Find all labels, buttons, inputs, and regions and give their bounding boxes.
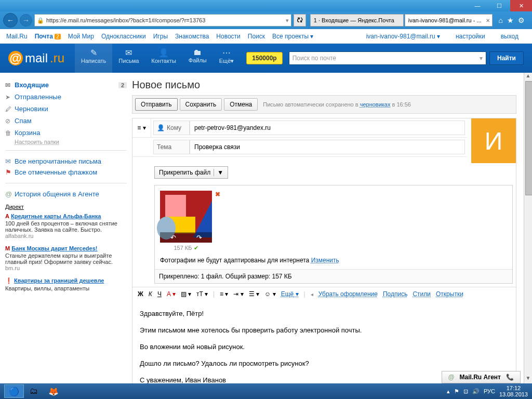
tray-network-icon[interactable]: ⊡: [463, 388, 468, 395]
save-button[interactable]: Сохранить: [180, 98, 222, 111]
vertical-scrollbar[interactable]: ▲ ▼: [524, 73, 532, 383]
taskbar-ie-icon[interactable]: 🔵: [4, 384, 24, 398]
text-color-button[interactable]: A ▾: [167, 290, 176, 298]
topnav-projects[interactable]: Все проекты ▾: [272, 33, 313, 40]
htab-letters[interactable]: ✉Письма: [112, 44, 145, 73]
topnav-search[interactable]: Поиск: [248, 33, 265, 40]
cards-button[interactable]: Открытки: [436, 290, 463, 298]
ad-bm[interactable]: М Банк Москвы дарит Mercedes!Станьте дер…: [5, 245, 127, 271]
attach-file-button[interactable]: Прикрепить файл▼: [154, 166, 228, 179]
favorites-icon[interactable]: ★: [507, 16, 514, 24]
align-button[interactable]: ≡ ▾: [220, 290, 228, 298]
tools-icon[interactable]: ⚙: [518, 16, 525, 24]
htab-contacts[interactable]: 👤Контакты: [145, 44, 182, 73]
window-minimize-button[interactable]: —: [467, 0, 488, 11]
direkt-label[interactable]: Директ: [5, 204, 127, 210]
folder-inbox[interactable]: ✉Входящие2: [5, 79, 127, 91]
check-icon: ✔: [194, 245, 198, 251]
ad-realty[interactable]: ❗ Квартиры за границей дешевлеКварти­ры,…: [5, 277, 127, 291]
window-close-button[interactable]: ✕: [510, 0, 532, 11]
sidebar: ✉Входящие2 ➤Отправленные 🖉Черновики ⊘Спа…: [0, 73, 132, 383]
browser-navbar: ← → 🔒 https://e.mail.ru/messages/inbox/?…: [0, 11, 532, 29]
tray-action-icon[interactable]: ▴: [447, 388, 450, 395]
topnav-mail[interactable]: Почта 2: [35, 33, 61, 40]
tab-mailru[interactable]: ivan-ivanov-981@mail.ru - ... ✕: [405, 14, 493, 26]
font-size-button[interactable]: тT ▾: [196, 290, 208, 298]
htab-more[interactable]: ⋯Ещё▾: [213, 44, 241, 73]
remove-attachment-button[interactable]: ✖: [215, 191, 220, 198]
cancel-button[interactable]: Отмена: [224, 98, 258, 111]
nav-back-button[interactable]: ←: [3, 13, 18, 28]
home-icon[interactable]: ⌂: [499, 16, 503, 24]
nav-forward-button[interactable]: →: [20, 14, 32, 26]
window-maximize-button[interactable]: ☐: [488, 0, 510, 11]
refresh-button[interactable]: 🗘: [294, 14, 306, 26]
price-button[interactable]: 150000р: [246, 52, 282, 64]
rotate-right-icon[interactable]: ↷: [196, 234, 202, 242]
remove-format-button[interactable]: Убрать оформление: [318, 290, 378, 298]
htab-files[interactable]: 🖿Файлы: [182, 44, 213, 73]
htab-compose[interactable]: ✎Написать: [75, 44, 112, 73]
filter-unread[interactable]: ✉Все непрочитанные письма: [5, 156, 127, 167]
tray-sound-icon[interactable]: 🔊: [472, 388, 480, 395]
taskbar: 🔵 🗂 🦊 ▴ ⚑ ⊡ 🔊 РУС 17:12 13.08.2013: [0, 383, 532, 399]
logout-link[interactable]: выход: [501, 33, 518, 40]
indent-button[interactable]: ⇥ ▾: [233, 290, 243, 298]
agent-bar[interactable]: @ Mail.Ru Агент 📞: [442, 371, 521, 383]
list-button[interactable]: ☰ ▾: [249, 290, 259, 298]
topnav-ok[interactable]: Одноклассники: [101, 33, 146, 40]
underline-button[interactable]: Ч: [157, 290, 162, 298]
toolbar-more[interactable]: Ещё ▾: [281, 290, 299, 298]
mail-search-input[interactable]: Поиск по почте ▾: [289, 51, 486, 65]
folder-drafts[interactable]: 🖉Черновики: [5, 103, 127, 115]
undo-icon[interactable]: ◂: [311, 291, 313, 297]
to-field[interactable]: petr-petrov-981@yandex.ru: [190, 121, 465, 135]
ad-alfabank[interactable]: А Кредитные карты Альфа-Банка100 дней бе…: [5, 213, 127, 239]
taskbar-firefox-icon[interactable]: 🦊: [44, 384, 63, 398]
folder-spam[interactable]: ⊘Спам: [5, 115, 127, 127]
topnav-mailru[interactable]: Mail.Ru: [6, 33, 28, 40]
address-bar[interactable]: 🔒 https://e.mail.ru/messages/inbox/?back…: [34, 14, 291, 26]
agent-history[interactable]: @История общения в Агенте: [5, 189, 127, 200]
mailru-logo[interactable]: @ mail.ru: [8, 51, 64, 65]
chevron-down-icon[interactable]: ▼: [214, 169, 223, 176]
signature-button[interactable]: Подпись: [383, 290, 408, 298]
bg-color-button[interactable]: ▨ ▾: [181, 290, 191, 298]
folder-settings-link[interactable]: Настроить папки: [5, 139, 127, 145]
folder-sent[interactable]: ➤Отправленные: [5, 91, 127, 103]
attachment-size: 157 КБ ✔: [160, 245, 212, 251]
settings-link[interactable]: настройки: [456, 33, 485, 40]
close-icon[interactable]: ✕: [486, 18, 490, 23]
tray-lang[interactable]: РУС: [484, 388, 495, 394]
portal-topnav: Mail.Ru Почта 2 Мой Мир Одноклассники Иг…: [0, 29, 532, 44]
mail-search-button[interactable]: Найти: [489, 51, 524, 65]
recipient-avatar: И: [471, 118, 516, 163]
folder-trash[interactable]: 🗑Корзина: [5, 127, 127, 139]
topnav-news[interactable]: Новости: [216, 33, 240, 40]
phone-icon[interactable]: 📞: [506, 374, 514, 381]
topnav-dating[interactable]: Знакомства: [175, 33, 209, 40]
subject-field[interactable]: Проверка связи: [190, 140, 465, 154]
topnav-games[interactable]: Игры: [153, 33, 168, 40]
compose-options-button[interactable]: ≡ ▾: [132, 118, 151, 137]
bold-button[interactable]: Ж: [138, 290, 143, 298]
person-icon: 👤: [157, 124, 165, 131]
italic-button[interactable]: К: [149, 290, 152, 298]
compose-area: Новое письмо Отправить Сохранить Отмена …: [132, 73, 524, 383]
emoji-button[interactable]: ☺ ▾: [264, 290, 276, 298]
tray-flag-icon[interactable]: ⚑: [454, 388, 459, 395]
attachment-thumbnail[interactable]: ↶↷: [160, 191, 212, 243]
dropdown-icon[interactable]: ▾: [480, 55, 483, 62]
taskbar-explorer-icon[interactable]: 🗂: [24, 384, 44, 398]
rotate-left-icon[interactable]: ↶: [170, 234, 176, 242]
topnav-mymir[interactable]: Мой Мир: [68, 33, 94, 40]
send-button[interactable]: Отправить: [135, 98, 178, 111]
action-bar: Отправить Сохранить Отмена Письмо автома…: [132, 95, 516, 114]
styles-button[interactable]: Стили: [413, 290, 431, 298]
filter-flagged[interactable]: ⚑Все отмеченные флажком: [5, 167, 127, 178]
tray-clock[interactable]: 17:12 13.08.2013: [499, 385, 528, 397]
user-email[interactable]: ivan-ivanov-981@mail.ru ▾: [366, 33, 440, 40]
dropdown-icon[interactable]: ▾: [286, 17, 289, 24]
tab-yandex[interactable]: 1 · Входящие — Яндекс.Почта: [310, 14, 404, 26]
browser-tabs: 1 · Входящие — Яндекс.Почта ivan-ivanov-…: [310, 14, 493, 26]
